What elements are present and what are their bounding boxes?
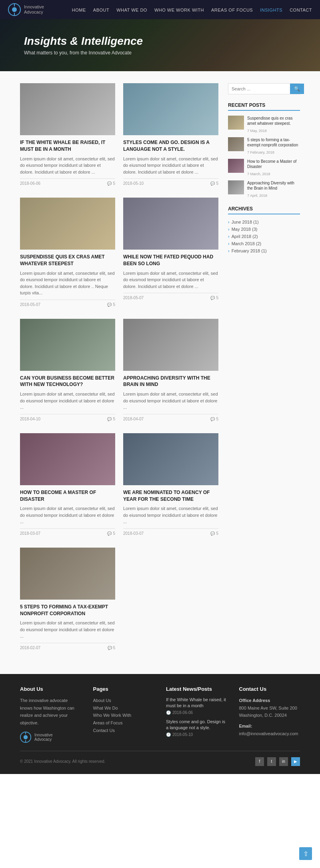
archive-item-april[interactable]: April 2018 (2)	[228, 233, 300, 240]
recent-post-title-2[interactable]: 5 steps to forming a tax-exempt nonprofi…	[247, 137, 300, 148]
recent-post-title-4[interactable]: Approaching Diversity with the Brain in …	[247, 180, 300, 191]
post-card-9: 5 STEPS TO FORMING A TAX-EXEMPT NONPROFI…	[20, 548, 115, 650]
post-image-8[interactable]	[123, 433, 218, 485]
recent-post-thumb-2[interactable]	[228, 137, 244, 151]
post-title-7[interactable]: HOW TO BECOME A MASTER OF DISASTER	[20, 489, 115, 503]
post-date-3: 2018-05-07	[20, 302, 40, 307]
post-title-1[interactable]: IF THE WHITE WHALE BE RAISED, IT MUST BE…	[20, 139, 115, 153]
recent-post-title-1[interactable]: Suspendisse quis ex cras amet whatever s…	[247, 116, 300, 126]
footer-bottom: © 2021 Innovative Advocacy. All rights r…	[20, 751, 300, 766]
logo[interactable]: Innovative Advocacy	[8, 3, 44, 16]
post-title-3[interactable]: SUSPENDISSE QUIS EX CRAS AMET WHATEVER S…	[20, 254, 115, 267]
nav-link-about[interactable]: ABOUT	[93, 8, 109, 12]
archive-item-march[interactable]: March 2018 (2)	[228, 240, 300, 247]
post-title-8[interactable]: WE ARE NOMINATED TO AGENCY OF YEAR FOR T…	[123, 489, 218, 503]
nav-item-who[interactable]: WHO WE WORK WITH	[154, 7, 204, 13]
search-button[interactable]: 🔍	[290, 84, 304, 94]
footer-logo[interactable]: Innovative Advocacy	[20, 732, 81, 743]
social-other[interactable]: ▶	[291, 757, 300, 766]
footer-contact-email[interactable]: info@innovativeadvocacy.com	[239, 730, 300, 738]
nav-item-what[interactable]: WHAT WE DO	[116, 7, 147, 13]
archive-item-june[interactable]: June 2018 (1)	[228, 218, 300, 226]
nav-link-insights[interactable]: INSIGHTS	[260, 8, 282, 12]
nav-link-contact[interactable]: CONTACT	[290, 8, 312, 12]
footer-news-title-1[interactable]: If the White Whale be raised, it must be…	[166, 697, 227, 709]
footer-page-about-link[interactable]: About Us	[93, 698, 111, 703]
post-image-1[interactable]	[20, 83, 115, 135]
post-title-9[interactable]: 5 STEPS TO FORMING A TAX-EXEMPT NONPROFI…	[20, 604, 115, 617]
footer-page-contact-link[interactable]: Contact Us	[93, 728, 115, 733]
post-image-7[interactable]	[20, 433, 115, 485]
recent-post-title-3[interactable]: How to Become a Master of Disaster	[247, 159, 300, 169]
post-date-9: 2018-02-07	[20, 646, 40, 650]
recent-post-item-1: Suspendisse quis ex cras amet whatever s…	[228, 116, 300, 133]
footer-logo-icon	[20, 732, 31, 743]
svg-point-1	[12, 7, 17, 12]
recent-post-thumb-3[interactable]	[228, 159, 244, 173]
nav-link-areas[interactable]: AREAS OF FOCUS	[211, 8, 253, 12]
post-image-4[interactable]	[123, 198, 218, 250]
post-image-5[interactable]	[20, 319, 115, 371]
archive-item-feb[interactable]: February 2018 (1)	[228, 247, 300, 254]
post-row-1: IF THE WHITE WHALE BE RAISED, IT MUST BE…	[20, 83, 218, 186]
footer-contact-address: 800 Maine Ave SW, Suite 200Washington, D…	[239, 704, 300, 719]
nav-item-areas[interactable]: AREAS OF FOCUS	[211, 7, 253, 13]
post-excerpt-3: Lorem ipsum dolor sit amet, consectetur …	[20, 270, 115, 296]
search-input[interactable]	[228, 84, 290, 94]
recent-post-thumb-4[interactable]	[228, 180, 244, 194]
footer-page-areas-link[interactable]: Areas of Focus	[93, 720, 123, 725]
nav-links: HOME ABOUT WHAT WE DO WHO WE WORK WITH A…	[72, 7, 312, 13]
post-date-5: 2018-04-10	[20, 417, 40, 421]
social-facebook[interactable]: f	[255, 757, 264, 766]
footer-page-who[interactable]: Who We Work With	[93, 712, 154, 719]
nav-link-who[interactable]: WHO WE WORK WITH	[154, 8, 204, 12]
footer-contact-email-label: Email:	[239, 722, 300, 730]
footer-pages-heading: Pages	[93, 686, 154, 692]
post-date-2: 2018-05-10	[123, 181, 144, 186]
post-title-6[interactable]: APPROACHING DIVERSITY WITH THE BRAIN IN …	[123, 375, 218, 388]
nav-item-home[interactable]: HOME	[72, 7, 86, 13]
main-content: IF THE WHITE WHALE BE RAISED, IT MUST BE…	[0, 71, 320, 674]
footer-page-what-link[interactable]: What We Do	[93, 706, 118, 710]
post-title-5[interactable]: CAN YOUR BUSINESS BECOME BETTER WITH NEW…	[20, 375, 115, 388]
comment-icon-9: 5	[108, 646, 116, 650]
footer-news-item-1: If the White Whale be raised, it must be…	[166, 697, 227, 715]
post-image-2[interactable]	[123, 83, 218, 135]
post-title-2[interactable]: STYLES COME AND GO. DESIGN IS A LANGUAGE…	[123, 139, 218, 153]
footer-page-about[interactable]: About Us	[93, 697, 154, 704]
post-meta-right-5: 5	[107, 417, 115, 421]
nav-link-home[interactable]: HOME	[72, 8, 86, 12]
post-meta-right-4: 5	[210, 296, 218, 300]
post-meta-right-7: 5	[107, 531, 115, 536]
post-title-4[interactable]: WHILE NOW THE FATED PEQUOD HAD BEEN SO L…	[123, 254, 218, 267]
social-twitter[interactable]: t	[267, 757, 276, 766]
comment-icon-3: 5	[107, 302, 115, 307]
footer-page-who-link[interactable]: Who We Work With	[93, 713, 132, 718]
post-meta-7: 2018-03-07 5	[20, 528, 115, 536]
footer-about-heading: About Us	[20, 686, 81, 692]
post-image-6[interactable]	[123, 319, 218, 371]
nav-item-about[interactable]: ABOUT	[93, 7, 109, 13]
post-meta-right-6: 5	[210, 417, 218, 421]
archive-item-may[interactable]: May 2018 (3)	[228, 226, 300, 233]
logo-line2: Advocacy	[24, 10, 44, 15]
nav-item-contact[interactable]: CONTACT	[290, 7, 312, 13]
recent-post-info-3: How to Become a Master of Disaster 7 Mar…	[247, 159, 300, 176]
social-linkedin[interactable]: in	[279, 757, 288, 766]
footer-contact-address-label: Office Address	[239, 697, 300, 704]
post-image-9[interactable]	[20, 548, 115, 600]
post-row-2: SUSPENDISSE QUIS EX CRAS AMET WHATEVER S…	[20, 198, 218, 307]
footer-page-areas[interactable]: Areas of Focus	[93, 719, 154, 727]
recent-post-thumb-1[interactable]	[228, 116, 244, 130]
post-card-7: HOW TO BECOME A MASTER OF DISASTER Lorem…	[20, 433, 115, 536]
footer-page-contact[interactable]: Contact Us	[93, 727, 154, 734]
footer-news-title-2[interactable]: Styles come and go. Design is a language…	[166, 719, 227, 731]
recent-posts-heading: RECENT POSTS	[228, 102, 300, 111]
post-excerpt-6: Lorem ipsum dolor sit amet, consectetur …	[123, 391, 218, 411]
nav-link-what[interactable]: WHAT WE DO	[116, 8, 147, 12]
footer-pages-col: Pages About Us What We Do Who We Work Wi…	[93, 686, 154, 743]
recent-posts-section: RECENT POSTS Suspendisse quis ex cras am…	[228, 102, 300, 198]
nav-item-insights[interactable]: INSIGHTS	[260, 7, 282, 13]
post-image-3[interactable]	[20, 198, 115, 250]
footer-page-what[interactable]: What We Do	[93, 704, 154, 712]
